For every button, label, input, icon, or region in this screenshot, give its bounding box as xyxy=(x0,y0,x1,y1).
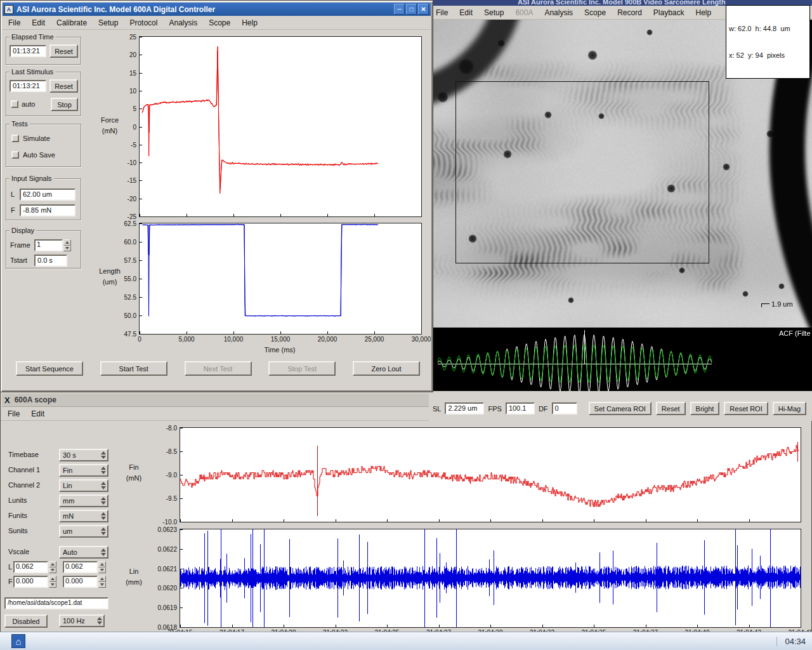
scope-l-spin-1-value[interactable]: 0.062 xyxy=(13,561,48,573)
video-menu-playback[interactable]: Playback xyxy=(648,7,690,18)
scope-l-spin-2[interactable]: 0.062 xyxy=(63,561,106,573)
df-field[interactable]: 0 xyxy=(552,402,577,415)
scope-funits-dropdown-arrows-icon[interactable] xyxy=(101,512,106,520)
stop-button[interactable]: Stop xyxy=(51,98,78,111)
frame-spinner-down-icon[interactable] xyxy=(63,246,71,252)
auto-checkbox[interactable] xyxy=(11,100,18,108)
scope-log-path-field[interactable]: /home/asi/data/scope1.dat xyxy=(4,597,108,609)
scope-vscale-dropdown-value: Auto xyxy=(63,548,77,556)
lin-axis-label: Lin(mm) xyxy=(117,566,150,588)
force-ytick-label: 25 xyxy=(129,34,136,41)
last-stimulus-field[interactable]: 01:13:21 xyxy=(10,80,46,92)
home-icon[interactable]: ⌂ xyxy=(11,634,25,648)
scope-channel-1-dropdown-arrows-icon[interactable] xyxy=(101,467,106,474)
disabled-button[interactable]: Disabled xyxy=(4,614,48,628)
auto-save-checkbox[interactable] xyxy=(11,151,19,159)
sample-rate-dropdown-arrows-icon[interactable] xyxy=(97,617,102,625)
scale-marker: 1.9 um xyxy=(761,300,793,308)
sample-rate-dropdown[interactable]: 100 Hz xyxy=(59,614,105,627)
zero-lout-button[interactable]: Zero Lout xyxy=(353,361,420,376)
video-toolbar: SL 2.229 um FPS 100.1 DF 0 Set Camera RO… xyxy=(429,391,812,421)
controller-menu-help[interactable]: Help xyxy=(236,17,263,29)
scope-f-spin-2-down-icon[interactable] xyxy=(98,582,106,588)
frame-spinner-up-icon[interactable] xyxy=(63,239,71,246)
controller-footer-buttons: Start SequenceStart TestNext TestStop Te… xyxy=(16,361,420,376)
scope-f-spin-1-value[interactable]: 0.000 xyxy=(13,576,48,588)
fps-field[interactable]: 100.1 xyxy=(506,402,535,415)
force-ytick-label: 10 xyxy=(129,87,136,94)
start-sequence-button[interactable]: Start Sequence xyxy=(16,361,83,376)
scope-l-spin-1-up-icon[interactable] xyxy=(49,561,56,567)
scope-f-spin-1[interactable]: 0.000 xyxy=(13,576,56,588)
tstart-field[interactable]: 0.0 s xyxy=(34,255,67,267)
scope-channel-1-label: Channel 1 xyxy=(8,466,40,474)
desktop: X 600A scope FileEdit Timebase30 sChanne… xyxy=(0,0,812,650)
video-menu-analysis[interactable]: Analysis xyxy=(539,7,579,18)
simulate-checkbox[interactable] xyxy=(11,135,19,142)
video-menu-record[interactable]: Record xyxy=(612,7,648,18)
reset-roi-button[interactable]: Reset ROI xyxy=(724,402,768,415)
scope-channel-1-dropdown[interactable]: Fin xyxy=(59,464,108,477)
elapsed-time-reset-button[interactable]: Reset xyxy=(49,44,78,58)
video-menu-scope[interactable]: Scope xyxy=(579,7,612,18)
scope-menu-edit[interactable]: Edit xyxy=(25,408,50,420)
close-icon[interactable]: ✕ xyxy=(418,4,429,15)
maximize-icon[interactable]: □ xyxy=(406,4,417,15)
bright-button[interactable]: Bright xyxy=(690,402,720,415)
scope-lunits-dropdown-arrows-icon[interactable] xyxy=(101,497,106,505)
last-stimulus-reset-button[interactable]: Reset xyxy=(49,79,78,93)
controller-menu-scope[interactable]: Scope xyxy=(203,17,236,29)
length-ytick-label: 62.5 xyxy=(124,220,136,227)
scope-channel-2-dropdown[interactable]: Lin xyxy=(59,479,108,492)
lin-trace-canvas xyxy=(180,529,801,627)
controller-menu-analysis[interactable]: Analysis xyxy=(163,17,203,29)
scope-channel-2-dropdown-arrows-icon[interactable] xyxy=(101,482,106,489)
elapsed-time-field[interactable]: 01:13:21 xyxy=(10,45,46,57)
scope-l-spin-2-up-icon[interactable] xyxy=(98,561,106,567)
simulate-label: Simulate xyxy=(23,135,50,142)
hi-mag-button[interactable]: Hi-Mag xyxy=(773,402,806,415)
scope-menu-file[interactable]: File xyxy=(2,408,25,420)
scope-f-spin-1-down-icon[interactable] xyxy=(49,582,56,588)
video-menu-setup[interactable]: Setup xyxy=(478,7,509,18)
video-menu-edit[interactable]: Edit xyxy=(454,7,478,18)
last-stimulus-group: Last Stimulus 01:13:21 Reset auto Stop xyxy=(6,72,81,116)
scope-sunits-dropdown-arrows-icon[interactable] xyxy=(101,527,106,535)
scope-l-spin-1[interactable]: 0.062 xyxy=(13,561,56,573)
scope-sunits-dropdown[interactable]: um xyxy=(59,525,108,538)
scope-f-spin-2-up-icon[interactable] xyxy=(98,576,106,582)
scope-vscale-dropdown-arrows-icon[interactable] xyxy=(101,548,106,556)
scope-l-spin-2-down-icon[interactable] xyxy=(98,567,106,574)
camera-roi-rectangle[interactable] xyxy=(455,81,709,263)
video-menu-file[interactable]: File xyxy=(430,7,454,18)
l-signal-field[interactable]: 62.00 um xyxy=(20,189,75,201)
controller-sidebar: Elapsed Time 01:13:21 Reset Last Stimulu… xyxy=(1,1,86,392)
scope-f-spin-1-up-icon[interactable] xyxy=(49,576,56,582)
scope-lunits-dropdown[interactable]: mm xyxy=(59,494,108,507)
scope-f-spin-2[interactable]: 0.000 xyxy=(63,576,106,588)
scope-l-spin-2-value[interactable]: 0.062 xyxy=(63,561,98,573)
scope-l-spin-1-down-icon[interactable] xyxy=(49,567,56,574)
controller-menu-setup[interactable]: Setup xyxy=(93,17,124,29)
set-camera-roi-button[interactable]: Set Camera ROI xyxy=(589,402,652,415)
reset-button[interactable]: Reset xyxy=(656,402,686,415)
f-signal-field[interactable]: -8.85 mN xyxy=(20,204,75,216)
video-menu-help[interactable]: Help xyxy=(690,7,717,18)
frame-spinner[interactable]: 1 xyxy=(34,239,71,251)
controller-menu-protocol[interactable]: Protocol xyxy=(124,17,163,29)
scope-f-spin-2-value[interactable]: 0.000 xyxy=(63,576,98,588)
length-ytick-label: 52.5 xyxy=(124,294,136,301)
frame-spinner-value[interactable]: 1 xyxy=(34,239,63,251)
scope-timebase-dropdown[interactable]: 30 s xyxy=(59,449,108,461)
scope-vscale-dropdown[interactable]: Auto xyxy=(59,546,108,559)
sl-field[interactable]: 2.229 um xyxy=(445,402,484,415)
scope-timebase-dropdown-arrows-icon[interactable] xyxy=(101,451,106,459)
start-test-button[interactable]: Start Test xyxy=(100,361,167,376)
scope-sunits-dropdown-value: um xyxy=(63,527,72,535)
minimize-icon[interactable]: ─ xyxy=(394,4,405,15)
scope-window: X 600A scope FileEdit Timebase30 sChanne… xyxy=(0,392,812,650)
scope-funits-dropdown[interactable]: mN xyxy=(59,510,108,522)
input-signals-legend: Input Signals xyxy=(10,175,54,182)
input-signals-group: Input Signals L 62.00 um F -8.85 mN xyxy=(6,178,81,220)
display-legend: Display xyxy=(10,227,36,234)
